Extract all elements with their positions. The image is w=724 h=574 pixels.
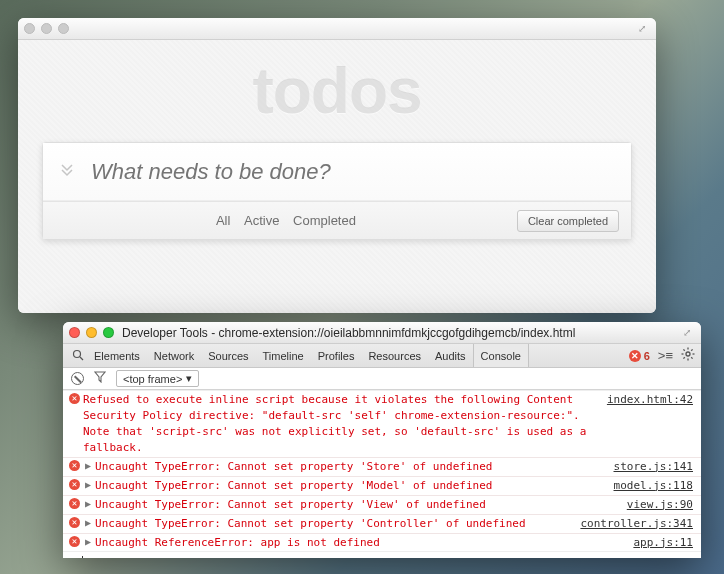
- console-error-row[interactable]: ✕▶Uncaught TypeError: Cannot set propert…: [63, 457, 701, 476]
- fullscreen-icon[interactable]: ⤢: [679, 327, 695, 338]
- expand-arrow-icon[interactable]: ▶: [83, 497, 95, 512]
- new-todo-input[interactable]: [91, 159, 631, 185]
- expand-arrow-icon[interactable]: ▶: [83, 516, 95, 531]
- traffic-lights: [24, 23, 69, 34]
- todo-titlebar[interactable]: ⤢: [18, 18, 656, 40]
- svg-line-1: [80, 357, 83, 360]
- close-icon[interactable]: [69, 327, 80, 338]
- console-prompt[interactable]: ›: [63, 551, 701, 558]
- filter-icon[interactable]: [94, 371, 106, 386]
- error-icon: ✕: [69, 392, 83, 404]
- tab-sources[interactable]: Sources: [201, 344, 255, 367]
- error-message: Uncaught TypeError: Cannot set property …: [95, 478, 613, 494]
- svg-line-7: [683, 349, 684, 350]
- tab-profiles[interactable]: Profiles: [311, 344, 362, 367]
- tab-resources[interactable]: Resources: [361, 344, 428, 367]
- error-count-badge[interactable]: ✕ 6: [629, 350, 650, 362]
- filter-active[interactable]: Active: [244, 213, 279, 228]
- error-icon: ✕: [629, 350, 641, 362]
- close-icon[interactable]: [24, 23, 35, 34]
- devtools-tabbar: Elements Network Sources Timeline Profil…: [63, 344, 701, 368]
- console-error-row[interactable]: ✕Refused to execute inline script becaus…: [63, 390, 701, 457]
- tab-timeline[interactable]: Timeline: [256, 344, 311, 367]
- tab-audits[interactable]: Audits: [428, 344, 473, 367]
- svg-line-9: [691, 349, 692, 350]
- error-message: Uncaught TypeError: Cannot set property …: [95, 516, 580, 532]
- todo-body: todos All Active Completed Clear complet…: [18, 40, 656, 313]
- error-location-link[interactable]: model.js:118: [614, 478, 693, 494]
- svg-point-0: [74, 350, 81, 357]
- todo-card: All Active Completed Clear completed: [42, 142, 632, 240]
- error-message: Uncaught TypeError: Cannot set property …: [95, 459, 613, 475]
- tab-elements[interactable]: Elements: [87, 344, 147, 367]
- zoom-icon[interactable]: [58, 23, 69, 34]
- console-error-row[interactable]: ✕▶Uncaught TypeError: Cannot set propert…: [63, 476, 701, 495]
- devtools-window: Developer Tools - chrome-extension://oie…: [63, 322, 701, 558]
- chevron-down-icon: ▾: [186, 372, 192, 385]
- error-icon: ✕: [69, 497, 83, 509]
- error-location-link[interactable]: index.html:42: [607, 392, 693, 408]
- error-count-value: 6: [644, 350, 650, 362]
- text-cursor: [82, 556, 83, 558]
- error-message: Refused to execute inline script because…: [83, 392, 607, 456]
- toggle-all-icon[interactable]: [43, 160, 91, 183]
- error-icon: ✕: [69, 516, 83, 528]
- window-title: Developer Tools - chrome-extension://oie…: [122, 326, 679, 340]
- fullscreen-icon[interactable]: ⤢: [638, 23, 650, 34]
- chevron-right-icon: ›: [69, 554, 82, 558]
- error-location-link[interactable]: app.js:11: [633, 535, 693, 551]
- console-error-row[interactable]: ✕▶Uncaught TypeError: Cannot set propert…: [63, 514, 701, 533]
- expand-arrow-icon[interactable]: ▶: [83, 535, 95, 550]
- svg-point-2: [686, 352, 690, 356]
- svg-line-8: [691, 357, 692, 358]
- error-icon: ✕: [69, 535, 83, 547]
- new-todo-row: [43, 143, 631, 201]
- expand-arrow-icon[interactable]: ▶: [83, 459, 95, 474]
- drawer-toggle-icon[interactable]: >≡: [658, 348, 673, 363]
- frame-selector[interactable]: <top frame> ▾: [116, 370, 199, 387]
- minimize-icon[interactable]: [41, 23, 52, 34]
- console-error-row[interactable]: ✕▶Uncaught TypeError: Cannot set propert…: [63, 495, 701, 514]
- todo-footer: All Active Completed Clear completed: [43, 201, 631, 239]
- error-icon: ✕: [69, 459, 83, 471]
- filter-all[interactable]: All: [216, 213, 230, 228]
- filter-completed[interactable]: Completed: [293, 213, 356, 228]
- todo-app-window: ⤢ todos All Active Completed Clear compl…: [18, 18, 656, 313]
- console-toolbar: <top frame> ▾: [63, 368, 701, 390]
- console-error-row[interactable]: ✕▶Uncaught ReferenceError: app is not de…: [63, 533, 701, 552]
- error-location-link[interactable]: store.js:141: [614, 459, 693, 475]
- error-icon: ✕: [69, 478, 83, 490]
- app-title: todos: [42, 50, 632, 142]
- frame-selector-label: <top frame>: [123, 373, 182, 385]
- expand-arrow-icon[interactable]: ▶: [83, 478, 95, 493]
- search-icon[interactable]: [69, 349, 87, 363]
- zoom-icon[interactable]: [103, 327, 114, 338]
- error-location-link[interactable]: controller.js:341: [580, 516, 693, 532]
- tab-network[interactable]: Network: [147, 344, 201, 367]
- error-location-link[interactable]: view.js:90: [627, 497, 693, 513]
- error-message: Uncaught ReferenceError: app is not defi…: [95, 535, 633, 551]
- clear-console-icon[interactable]: [71, 372, 84, 385]
- svg-line-10: [683, 357, 684, 358]
- error-message: Uncaught TypeError: Cannot set property …: [95, 497, 627, 513]
- gear-icon[interactable]: [681, 347, 695, 364]
- filter-group: All Active Completed: [55, 213, 517, 228]
- minimize-icon[interactable]: [86, 327, 97, 338]
- console-output[interactable]: ✕Refused to execute inline script becaus…: [63, 390, 701, 558]
- clear-completed-button[interactable]: Clear completed: [517, 210, 619, 232]
- tab-console[interactable]: Console: [473, 344, 529, 367]
- traffic-lights: [69, 327, 114, 338]
- devtools-titlebar[interactable]: Developer Tools - chrome-extension://oie…: [63, 322, 701, 344]
